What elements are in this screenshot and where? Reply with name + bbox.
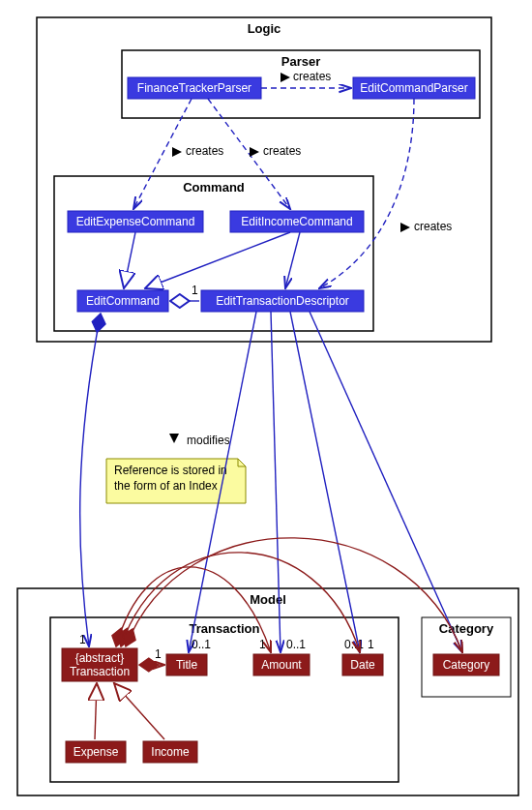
label-edit-command: EditCommand <box>86 294 160 308</box>
label-abstract-2: Transaction <box>70 665 130 678</box>
gen-eic-ec <box>145 232 290 288</box>
comp-trans-date <box>121 553 360 652</box>
note-line2: the form of an Index <box>114 479 218 493</box>
label-edit-income-command: EditIncomeCommand <box>241 215 352 228</box>
comp-trans-category <box>126 538 462 652</box>
label-income: Income <box>151 745 190 759</box>
mult-date: 0..1 <box>344 638 364 651</box>
modifies-label: modifies <box>187 434 230 447</box>
command-title: Command <box>183 180 245 195</box>
dep-eic-etd <box>285 232 300 288</box>
note-line1: Reference is stored in <box>114 464 227 477</box>
transaction-title: Transaction <box>190 621 260 636</box>
svg-marker-2 <box>250 147 259 157</box>
comp-ec-trans <box>80 314 101 646</box>
creates-label-3: creates <box>263 144 301 158</box>
model-package <box>17 588 518 795</box>
svg-marker-0 <box>281 73 290 82</box>
logic-title: Logic <box>248 21 281 36</box>
label-category: Category <box>443 658 490 672</box>
label-abstract-1: {abstract} <box>75 651 125 665</box>
nav-etd-date <box>290 312 360 652</box>
gen-inc-trans <box>114 683 164 739</box>
mult-ec-trans: 1 <box>79 633 86 646</box>
label-expense: Expense <box>74 745 119 759</box>
mult-amount: 0..1 <box>286 638 306 651</box>
mult-t-amount: 1 <box>259 638 266 651</box>
parser-title: Parser <box>281 54 320 69</box>
mult-1-etd: 1 <box>192 284 198 297</box>
mult-t-title: 1 <box>155 647 162 661</box>
label-date: Date <box>350 658 375 672</box>
model-title: Model <box>250 592 286 607</box>
svg-marker-1 <box>172 147 182 157</box>
dep-ecp-to-etd <box>319 99 414 288</box>
label-edit-command-parser: EditCommandParser <box>360 81 467 95</box>
nav-etd-category <box>310 312 462 652</box>
svg-marker-4 <box>169 434 179 443</box>
creates-label-4: creates <box>414 220 452 233</box>
label-amount: Amount <box>261 658 302 672</box>
label-finance-tracker-parser: FinanceTrackerParser <box>137 81 251 95</box>
label-edit-transaction-descriptor: EditTransactionDescriptor <box>216 294 349 308</box>
creates-label-1: creates <box>293 70 331 83</box>
category-title: Category <box>439 621 494 636</box>
svg-marker-3 <box>400 223 410 232</box>
label-edit-expense-command: EditExpenseCommand <box>76 215 195 228</box>
mult-t-date: 1 <box>368 638 374 651</box>
creates-label-2: creates <box>186 144 223 158</box>
gen-eec-ec <box>124 232 135 288</box>
mult-title: 0..1 <box>192 638 211 651</box>
gen-exp-trans <box>95 683 97 739</box>
uml-diagram: Logic Parser FinanceTrackerParser EditCo… <box>0 0 532 810</box>
label-title: Title <box>176 658 198 672</box>
